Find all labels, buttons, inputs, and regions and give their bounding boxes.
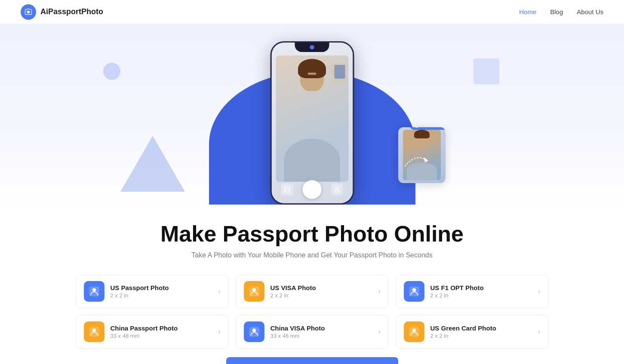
hero-square — [473, 58, 499, 84]
main-subtitle: Take A Photo with Your Mobile Phone and … — [43, 251, 581, 259]
photo-type-card[interactable]: China VISA Photo33 x 48 mm› — [236, 315, 389, 349]
svg-point-4 — [415, 127, 419, 128]
photo-card-arrow-icon: › — [218, 328, 220, 336]
photo-card-arrow-icon: › — [378, 328, 380, 336]
nav-link-blog[interactable]: Blog — [550, 8, 563, 15]
photo-type-card[interactable]: US VISA Photo2 x 2 in› — [236, 275, 389, 308]
photo-type-icon — [404, 281, 424, 302]
photo-type-card[interactable]: US F1 OPT Photo2 x 2 in› — [396, 275, 549, 308]
svg-point-13 — [92, 329, 95, 332]
main-title: Make Passport Photo Online — [43, 222, 581, 246]
photo-card-size: 2 x 2 in — [430, 292, 532, 299]
photo-type-icon — [84, 281, 105, 302]
photo-card-info: US Passport Photo2 x 2 in — [111, 284, 212, 299]
photo-card-arrow-icon: › — [538, 288, 540, 295]
photo-card-name: US Passport Photo — [111, 284, 212, 291]
svg-point-11 — [412, 288, 415, 292]
phone-controls — [281, 180, 343, 199]
photo-type-card[interactable]: US Green Card Photo2 x 2 in› — [396, 315, 549, 349]
phone-camera-dot — [310, 45, 314, 49]
brand-icon — [21, 4, 36, 20]
photo-card-name: US F1 OPT Photo — [430, 284, 532, 291]
photo-card-arrow-icon: › — [218, 288, 220, 295]
phone-shutter-button[interactable] — [303, 180, 322, 199]
photo-card-info: China Passport Photo33 x 48 mm — [111, 324, 212, 339]
photo-type-card[interactable]: US Passport Photo2 x 2 in› — [76, 275, 229, 308]
photo-type-icon — [244, 281, 264, 302]
photo-card-info: US F1 OPT Photo2 x 2 in — [430, 284, 532, 299]
svg-point-15 — [252, 329, 255, 332]
photo-card-arrow-icon: › — [538, 328, 540, 336]
nav-link-home[interactable]: Home — [519, 8, 536, 15]
main-content: Make Passport Photo Online Take A Photo … — [0, 205, 624, 364]
photo-card-name: US Green Card Photo — [430, 324, 532, 332]
photo-card-info: China VISA Photo33 x 48 mm — [271, 324, 372, 339]
photo-card-name: China Passport Photo — [111, 324, 212, 332]
svg-marker-5 — [424, 157, 428, 162]
photo-card-size: 2 x 2 in — [111, 292, 212, 299]
svg-point-2 — [286, 188, 286, 189]
photo-card-info: US Green Card Photo2 x 2 in — [430, 324, 532, 339]
phone-mockup — [270, 41, 354, 205]
photo-type-icon — [244, 321, 264, 342]
phone-flip-icon — [331, 184, 343, 196]
photo-type-card[interactable]: China Passport Photo33 x 48 mm› — [76, 315, 229, 349]
svg-rect-3 — [335, 190, 339, 192]
photo-type-grid: US Passport Photo2 x 2 in› US VISA Photo… — [76, 275, 549, 349]
phone-gallery-icon — [281, 184, 293, 196]
svg-point-7 — [92, 288, 95, 292]
nav-links: Home Blog About Us — [519, 8, 603, 15]
photo-card-size: 33 x 48 mm — [111, 333, 212, 339]
photo-card-size: 2 x 2 in — [271, 292, 372, 299]
search-photo-types-button[interactable]: Search Photo Types — [226, 357, 398, 364]
photo-type-icon — [404, 321, 424, 342]
hero-arrow — [403, 151, 428, 170]
brand-logo[interactable]: AiPassportPhoto — [21, 4, 103, 20]
phone-screen — [271, 43, 353, 203]
hero-triangle — [120, 136, 185, 192]
svg-point-0 — [27, 10, 30, 13]
hero-section: ⏱ Just 3s — [0, 24, 624, 205]
hero-small-circle — [103, 63, 120, 80]
photo-card-name: China VISA Photo — [271, 324, 372, 332]
photo-card-arrow-icon: › — [378, 288, 380, 295]
photo-card-size: 33 x 48 mm — [271, 333, 372, 339]
nav-link-about[interactable]: About Us — [577, 8, 603, 15]
photo-type-icon — [84, 321, 105, 342]
photo-card-size: 2 x 2 in — [430, 333, 532, 339]
svg-point-9 — [252, 288, 255, 292]
navbar: AiPassportPhoto Home Blog About Us — [0, 0, 624, 24]
brand-name: AiPassportPhoto — [40, 7, 103, 16]
photo-card-name: US VISA Photo — [271, 284, 372, 291]
svg-point-17 — [412, 329, 415, 332]
photo-card-info: US VISA Photo2 x 2 in — [271, 284, 372, 299]
